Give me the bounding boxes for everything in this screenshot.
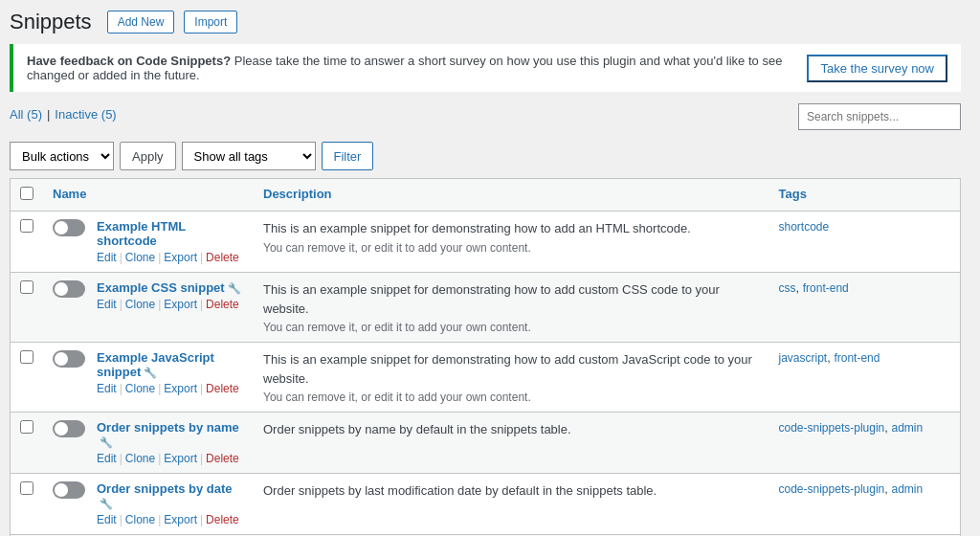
- table-row: Example JavaScript snippet🔧 Edit|Clone|E…: [11, 343, 961, 413]
- tags-filter-dropdown[interactable]: Show all tags: [182, 142, 316, 170]
- delete-link[interactable]: Delete: [206, 251, 239, 264]
- search-input[interactable]: [798, 103, 961, 130]
- row-checkbox-cell: [11, 273, 44, 343]
- row-desc-cell: Order snippets by last modification date…: [254, 474, 769, 535]
- export-link[interactable]: Export: [164, 251, 197, 264]
- row-checkbox[interactable]: [20, 481, 33, 495]
- delete-link[interactable]: Delete: [206, 513, 239, 526]
- survey-button[interactable]: Take the survey now: [807, 55, 947, 82]
- delete-link[interactable]: Delete: [206, 382, 239, 395]
- snippet-desc-main: This is an example snippet for demonstra…: [263, 350, 760, 388]
- page-title: Snippets: [10, 10, 92, 34]
- snippet-desc-sub: You can remove it, or edit it to add you…: [263, 241, 760, 255]
- edit-link[interactable]: Edit: [97, 513, 117, 526]
- row-desc-cell: This is an example snippet for demonstra…: [254, 212, 769, 273]
- snippet-name-link[interactable]: Example HTML shortcode: [97, 219, 244, 248]
- clone-link[interactable]: Clone: [125, 452, 155, 465]
- tag-link[interactable]: javascript: [779, 351, 828, 365]
- header-tags: Tags: [769, 179, 961, 212]
- edit-link[interactable]: Edit: [97, 452, 117, 465]
- row-name-cell: Example CSS snippet🔧 Edit|Clone|Export|D…: [43, 273, 254, 343]
- tag-link[interactable]: code-snippets-plugin: [779, 421, 885, 435]
- clone-link[interactable]: Clone: [125, 251, 155, 264]
- delete-link[interactable]: Delete: [206, 452, 239, 465]
- snippet-actions: Edit|Clone|Export|Delete: [97, 298, 244, 311]
- row-checkbox[interactable]: [20, 350, 33, 364]
- snippet-name-link[interactable]: Example CSS snippet🔧: [97, 280, 244, 295]
- snippet-actions: Edit|Clone|Export|Delete: [97, 513, 244, 526]
- snippet-type-icon: 🔧: [228, 282, 241, 294]
- tag-link[interactable]: admin: [891, 482, 923, 496]
- row-checkbox-cell: [11, 212, 44, 273]
- table-row: Order snippets by date🔧 Edit|Clone|Expor…: [11, 474, 961, 535]
- snippet-actions: Edit|Clone|Export|Delete: [97, 452, 244, 465]
- edit-link[interactable]: Edit: [97, 251, 117, 264]
- table-row: Order snippets by name🔧 Edit|Clone|Expor…: [11, 413, 961, 474]
- clone-link[interactable]: Clone: [125, 382, 155, 395]
- edit-link[interactable]: Edit: [97, 298, 117, 311]
- row-desc-cell: Order snippets by name by default in the…: [254, 413, 769, 474]
- edit-link[interactable]: Edit: [97, 382, 117, 395]
- tag-link[interactable]: shortcode: [779, 220, 830, 234]
- row-tags-cell: css, front-end: [769, 273, 961, 343]
- feedback-text: Have feedback on Code Snippets? Please t…: [27, 54, 807, 82]
- snippet-name-link[interactable]: Order snippets by date🔧: [97, 481, 244, 510]
- bulk-actions-dropdown[interactable]: Bulk actions: [10, 142, 114, 170]
- snippet-desc-main: This is an example snippet for demonstra…: [263, 219, 760, 238]
- snippet-toggle[interactable]: [53, 219, 85, 236]
- snippet-name-link[interactable]: Order snippets by name🔧: [97, 420, 244, 449]
- snippet-name-link[interactable]: Example JavaScript snippet🔧: [97, 350, 244, 379]
- search-box: [798, 103, 961, 130]
- row-checkbox[interactable]: [20, 280, 33, 294]
- snippet-desc-sub: You can remove it, or edit it to add you…: [263, 391, 760, 404]
- bulk-actions-bar: Bulk actions Apply Show all tags Filter: [10, 136, 961, 178]
- row-tags-cell: javascript, front-end: [769, 343, 961, 413]
- export-link[interactable]: Export: [164, 452, 197, 465]
- clone-link[interactable]: Clone: [125, 298, 155, 311]
- row-tags-cell: shortcode: [769, 212, 961, 273]
- filter-button[interactable]: Filter: [322, 142, 374, 170]
- table-row: Example HTML shortcode Edit|Clone|Export…: [11, 212, 961, 273]
- row-checkbox[interactable]: [20, 420, 33, 434]
- tag-link[interactable]: admin: [891, 421, 923, 435]
- apply-button[interactable]: Apply: [120, 142, 176, 170]
- snippet-desc-main: Order snippets by last modification date…: [263, 481, 760, 501]
- row-checkbox[interactable]: [20, 219, 33, 233]
- select-all-checkbox[interactable]: [20, 187, 33, 200]
- header-desc: Description: [254, 179, 769, 212]
- snippet-toggle[interactable]: [53, 280, 85, 298]
- snippet-toggle[interactable]: [53, 420, 85, 437]
- clone-link[interactable]: Clone: [125, 513, 155, 526]
- row-desc-cell: This is an example snippet for demonstra…: [254, 343, 769, 413]
- export-link[interactable]: Export: [164, 513, 197, 526]
- snippet-toggle[interactable]: [53, 481, 85, 499]
- export-link[interactable]: Export: [164, 298, 197, 311]
- snippets-table: Name Description Tags Example HTML short…: [10, 178, 961, 536]
- import-button[interactable]: Import: [184, 11, 237, 34]
- snippet-desc-main: This is an example snippet for demonstra…: [263, 280, 760, 318]
- snippet-desc-main: Order snippets by name by default in the…: [263, 420, 760, 439]
- snippet-desc-sub: You can remove it, or edit it to add you…: [263, 321, 760, 334]
- row-tags-cell: code-snippets-plugin, admin: [769, 413, 961, 474]
- header-name: Name: [43, 179, 254, 212]
- snippet-type-icon: 🔧: [100, 436, 113, 448]
- tag-link[interactable]: front-end: [803, 281, 849, 295]
- tabs-bar: All (5) | Inactive (5): [10, 107, 117, 122]
- delete-link[interactable]: Delete: [206, 298, 239, 311]
- snippet-type-icon: 🔧: [100, 498, 113, 509]
- row-checkbox-cell: [11, 413, 44, 474]
- table-header-row: Name Description Tags: [11, 179, 961, 212]
- tab-all[interactable]: All (5): [10, 107, 42, 122]
- feedback-banner: Have feedback on Code Snippets? Please t…: [10, 44, 961, 92]
- tag-link[interactable]: front-end: [834, 351, 880, 365]
- snippet-actions: Edit|Clone|Export|Delete: [97, 382, 244, 395]
- tag-link[interactable]: css: [779, 281, 796, 295]
- sort-name-link[interactable]: Name: [53, 187, 86, 201]
- table-row: Example CSS snippet🔧 Edit|Clone|Export|D…: [11, 273, 961, 343]
- export-link[interactable]: Export: [164, 382, 197, 395]
- snippet-toggle[interactable]: [53, 350, 85, 368]
- tab-inactive[interactable]: Inactive (5): [55, 107, 116, 122]
- tag-link[interactable]: code-snippets-plugin: [779, 482, 885, 496]
- add-new-button[interactable]: Add New: [107, 11, 175, 34]
- row-name-cell: Order snippets by date🔧 Edit|Clone|Expor…: [43, 474, 254, 535]
